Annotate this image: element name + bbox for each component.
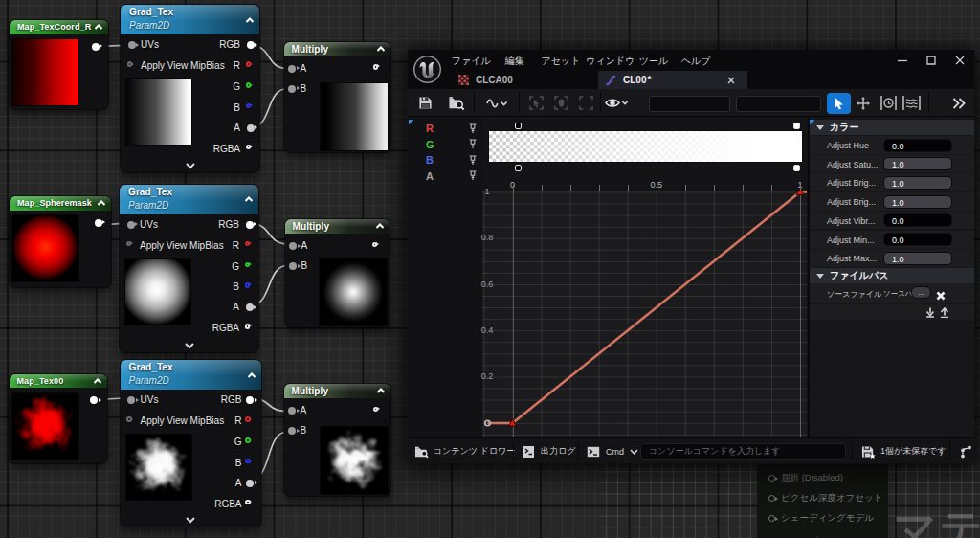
Apply View MipBias-pin[interactable] xyxy=(126,241,132,247)
G-pin[interactable] xyxy=(246,82,252,88)
property-value-field[interactable]: 1.0 xyxy=(883,195,952,209)
gradient-preview-bar[interactable] xyxy=(489,131,802,161)
browse-path-button[interactable]: ... xyxy=(911,286,931,299)
RGBA-pin[interactable] xyxy=(245,500,251,505)
material-input-row[interactable]: シェーディングモデル xyxy=(757,508,888,528)
section-header-color[interactable]: カラー xyxy=(810,120,974,135)
property-value-field[interactable]: 1.0 xyxy=(883,157,952,170)
menu-tools[interactable]: ツール xyxy=(639,55,668,68)
unsaved-status-button[interactable]: 1個が未保存です xyxy=(861,438,947,464)
window-titlebar[interactable]: ファイル編集アセットウィンドウツールヘルプ xyxy=(408,50,974,71)
R-pin[interactable] xyxy=(245,416,251,422)
gradient-key-handle[interactable] xyxy=(515,165,522,171)
time-ruler[interactable]: 00.51 xyxy=(482,174,807,191)
console-command-input[interactable]: コンソールコマンドを入力します xyxy=(640,443,846,460)
material-input-row[interactable]: ディスプレイスメント xyxy=(757,532,888,538)
section-header-filepath[interactable]: ファイルパス xyxy=(810,268,974,283)
RGB-pin[interactable] xyxy=(246,221,254,229)
node-multiply[interactable]: MultiplyAB xyxy=(284,384,390,496)
output-pin[interactable] xyxy=(92,43,100,51)
property-value-field[interactable]: 0.0 xyxy=(883,213,952,227)
node-grad-tex[interactable]: Grad_TexParam2DUVsApply View MipBiasRGBR… xyxy=(120,185,258,352)
material-input-row[interactable]: ピクセル深度オフセット xyxy=(757,488,888,508)
save-button[interactable] xyxy=(413,89,436,117)
select-all-keys-button[interactable] xyxy=(526,89,547,117)
B-pin[interactable] xyxy=(289,262,297,270)
UVs-pin[interactable] xyxy=(127,221,135,229)
material-input-row[interactable]: 屈折 (Disabled) xyxy=(757,468,888,488)
Apply View MipBias-pin[interactable] xyxy=(126,416,132,422)
channel-toggle-a[interactable]: A xyxy=(408,168,482,184)
UVs-pin[interactable] xyxy=(128,41,136,49)
node-multiply[interactable]: MultiplyAB xyxy=(284,42,390,152)
G-pin[interactable] xyxy=(245,262,251,268)
clear-path-button[interactable] xyxy=(936,287,946,304)
channel-toggle-g[interactable]: G xyxy=(408,137,482,152)
node-multiply[interactable]: MultiplyAB xyxy=(285,219,390,327)
output-log-button[interactable]: 出力ログ xyxy=(523,438,575,464)
menu-asset[interactable]: アセット xyxy=(541,55,580,68)
UVs-pin[interactable] xyxy=(127,396,135,404)
RGB-pin[interactable] xyxy=(246,396,254,404)
tab-clca00[interactable]: CLCA00 xyxy=(450,71,593,89)
gradient-key-handle[interactable] xyxy=(793,123,800,129)
output-pin[interactable] xyxy=(95,219,102,227)
B-pin[interactable] xyxy=(245,459,251,464)
RGB-pin[interactable] xyxy=(247,41,255,49)
value-snap-button[interactable] xyxy=(899,89,924,117)
B-pin[interactable] xyxy=(245,282,251,288)
curve-graph[interactable]: 10.80.60.40.20 xyxy=(482,191,807,437)
A-pin[interactable] xyxy=(288,407,296,415)
output-pin[interactable] xyxy=(373,407,379,413)
transform-keys-button[interactable] xyxy=(852,89,875,117)
RGBA-pin[interactable] xyxy=(245,324,251,329)
gradient-key-handle[interactable] xyxy=(515,123,522,129)
B-pin[interactable] xyxy=(246,103,252,109)
RGBA-pin[interactable] xyxy=(246,145,252,150)
G-pin[interactable] xyxy=(245,437,251,443)
channel-toggle-r[interactable]: R xyxy=(408,121,482,136)
property-value-field[interactable]: 1.0 xyxy=(883,252,952,265)
curve-visibility-dropdown[interactable] xyxy=(595,89,637,117)
node-map-tex00[interactable]: Map_Tex00 xyxy=(10,374,107,463)
A-pin[interactable] xyxy=(246,303,254,311)
property-value-field[interactable]: 0.0 xyxy=(883,139,952,152)
A-pin[interactable] xyxy=(247,124,255,132)
R-pin[interactable] xyxy=(245,241,251,247)
close-button[interactable] xyxy=(946,50,974,71)
property-value-field[interactable]: 0.0 xyxy=(883,233,952,246)
B-pin[interactable] xyxy=(288,85,296,93)
select-tool-button[interactable] xyxy=(827,93,851,114)
tab-cl00[interactable]: CL00* xyxy=(598,71,747,89)
curve-filter-field-2[interactable] xyxy=(736,96,821,112)
channel-toggle-b[interactable]: B xyxy=(408,152,482,168)
toolbar-overflow-button[interactable] xyxy=(947,89,971,117)
A-pin[interactable] xyxy=(289,242,297,250)
cmd-dropdown[interactable]: Cmd xyxy=(587,438,638,464)
node-grad-tex[interactable]: Grad_TexParam2DUVsApply View MipBiasRGBR… xyxy=(121,5,259,172)
node-map-texcoord-r[interactable]: Map_TexCoord_R xyxy=(10,20,108,109)
output-pin[interactable] xyxy=(90,396,98,404)
curve-display-dropdown[interactable] xyxy=(480,89,513,117)
maximize-button[interactable] xyxy=(917,50,946,71)
time-snap-button[interactable] xyxy=(877,89,900,117)
minimize-button[interactable] xyxy=(888,50,917,71)
menu-file[interactable]: ファイル xyxy=(452,55,491,68)
output-pin[interactable] xyxy=(373,64,379,70)
output-pin[interactable] xyxy=(372,242,378,248)
B-pin[interactable] xyxy=(288,427,296,435)
browse-to-asset-button[interactable] xyxy=(444,89,469,117)
deselect-keys-button[interactable] xyxy=(576,89,597,117)
A-pin[interactable] xyxy=(246,480,254,487)
menu-window[interactable]: ウィンドウ xyxy=(586,55,635,68)
node-map-spheremask[interactable]: Map_Spheremask xyxy=(10,196,111,287)
revision-control-button[interactable] xyxy=(960,438,972,464)
A-pin[interactable] xyxy=(288,65,296,73)
menu-help[interactable]: ヘルプ xyxy=(681,55,711,68)
select-key-parts-button[interactable] xyxy=(550,89,571,117)
property-value-field[interactable]: 1.0 xyxy=(883,176,952,190)
menu-edit[interactable]: 編集 xyxy=(504,55,523,68)
R-pin[interactable] xyxy=(246,61,252,67)
gradient-key-handle[interactable] xyxy=(793,165,800,171)
tab-close-icon[interactable] xyxy=(727,76,735,86)
